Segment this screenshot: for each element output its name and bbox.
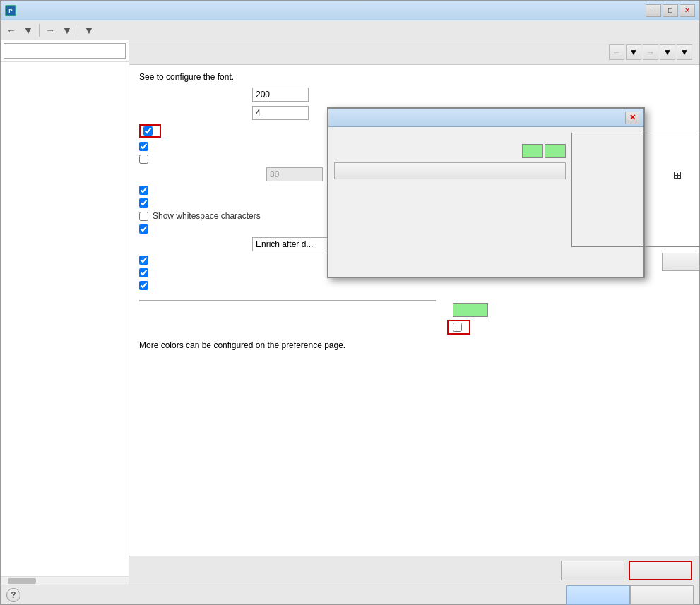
- warn-before-checkbox[interactable]: [139, 268, 148, 277]
- smart-caret-row: [139, 281, 689, 290]
- system-default-checkbox[interactable]: [453, 323, 462, 332]
- right-header: ← ▼ → ▼ ▼: [129, 40, 699, 65]
- show-line-numbers-checkbox[interactable]: [139, 186, 148, 195]
- font-info-suffix: to configure the font.: [157, 72, 234, 82]
- forward-dropdown2-button[interactable]: ▼: [59, 23, 75, 38]
- spectrum-row: [571, 133, 699, 247]
- highlight-current-checkbox[interactable]: [139, 142, 148, 151]
- forward-dropdown-button[interactable]: ▼: [20, 23, 36, 38]
- undo-history-input[interactable]: [252, 88, 309, 102]
- enable-drag-checkbox[interactable]: [139, 256, 148, 265]
- back-button[interactable]: ←: [4, 23, 19, 38]
- define-custom-button[interactable]: [334, 162, 566, 179]
- system-default-row: [447, 320, 470, 335]
- filter-box: [1, 40, 129, 62]
- help-button[interactable]: ?: [6, 588, 20, 602]
- menu-button[interactable]: ▼: [81, 23, 97, 38]
- undo-history-row: [139, 88, 689, 102]
- show-whitespace-label: Show whitespace characters: [153, 211, 261, 221]
- forward-button[interactable]: →: [42, 23, 58, 38]
- color-solid-boxes: [522, 144, 566, 158]
- maximize-button[interactable]: □: [663, 4, 678, 17]
- show-print-checkbox[interactable]: [139, 155, 148, 164]
- color-list: [139, 300, 436, 301]
- filter-input[interactable]: [4, 43, 126, 59]
- right-body: See to configure the font.: [129, 65, 699, 556]
- smart-caret-checkbox[interactable]: [139, 281, 148, 290]
- dialog-buttons: [571, 253, 699, 271]
- spectrum-panel: [571, 133, 699, 271]
- close-button[interactable]: ✕: [680, 4, 695, 17]
- color-solid-left: [522, 144, 543, 158]
- color-dialog[interactable]: ✕: [327, 107, 645, 278]
- tab-width-input[interactable]: [252, 106, 309, 120]
- color-solid-panel: [522, 141, 566, 158]
- nav-forward-button[interactable]: →: [643, 44, 658, 60]
- bottom-link-suffix: preference page.: [281, 340, 345, 350]
- restore-defaults-button[interactable]: [561, 561, 624, 580]
- insert-spaces-row: [139, 124, 161, 138]
- show-range-checkbox[interactable]: [139, 198, 148, 208]
- toolbar: ← ▼ → ▼ ▼: [1, 20, 699, 40]
- ok-button[interactable]: [566, 585, 630, 605]
- title-bar: P – □ ✕: [1, 1, 699, 20]
- color-picker-side: [447, 297, 488, 335]
- font-info-prefix: See: [139, 72, 157, 82]
- tree-area: [1, 62, 129, 576]
- horizontal-scrollbar[interactable]: [1, 576, 129, 585]
- insert-spaces-checkbox[interactable]: [143, 126, 153, 136]
- show-affordance-checkbox[interactable]: [139, 224, 148, 234]
- color-swatch[interactable]: [453, 303, 488, 317]
- spectrum-canvas[interactable]: [571, 133, 699, 247]
- dialog-body: [328, 127, 643, 277]
- bottom-link-row: More colors can be configured on the pre…: [139, 340, 689, 350]
- nav-buttons: ← ▼ → ▼ ▼: [609, 44, 692, 60]
- toolbar-separator: [39, 24, 40, 37]
- footer-bar: ?: [1, 585, 699, 604]
- preferences-window: P – □ ✕ ← ▼ → ▼ ▼: [0, 0, 700, 605]
- color-solid-right: [545, 144, 566, 158]
- nav-forward-dropdown-button[interactable]: ▼: [660, 44, 675, 60]
- color-swatches-panel: [334, 133, 566, 271]
- restore-apply-bar: [129, 556, 699, 585]
- dialog-confirm-button[interactable]: [662, 253, 699, 271]
- dialog-title-bar: ✕: [328, 109, 643, 127]
- show-whitespace-checkbox[interactable]: [139, 212, 148, 221]
- custom-colors-row: [334, 141, 566, 158]
- dialog-main-row: [334, 133, 638, 271]
- dialog-close-button[interactable]: ✕: [625, 112, 639, 124]
- nav-dropdown-button[interactable]: ▼: [626, 44, 641, 60]
- left-panel: [1, 40, 129, 585]
- right-panel: ← ▼ → ▼ ▼ See to configure the font.: [129, 40, 699, 585]
- apply-button[interactable]: [629, 561, 692, 580]
- font-info-row: See to configure the font.: [139, 72, 689, 82]
- nav-menu-button[interactable]: ▼: [677, 44, 692, 60]
- minimize-button[interactable]: –: [646, 4, 661, 17]
- color-swatch-row: [447, 303, 488, 317]
- mouse-hover-input[interactable]: [252, 237, 337, 251]
- spectrum-container: [571, 133, 699, 247]
- window-icon: P: [5, 5, 16, 16]
- cancel-button[interactable]: [630, 585, 694, 605]
- toolbar-separator-2: [78, 24, 78, 37]
- scroll-thumb: [8, 578, 36, 584]
- nav-back-button[interactable]: ←: [609, 44, 624, 60]
- svg-text:P: P: [8, 8, 13, 14]
- main-content: ← ▼ → ▼ ▼ See to configure the font.: [1, 40, 699, 585]
- color-options-area: [139, 297, 689, 335]
- bottom-link-prefix: More colors can be configured on the: [139, 340, 281, 350]
- print-margin-column-input[interactable]: [266, 167, 323, 181]
- window-controls: – □ ✕: [646, 4, 695, 17]
